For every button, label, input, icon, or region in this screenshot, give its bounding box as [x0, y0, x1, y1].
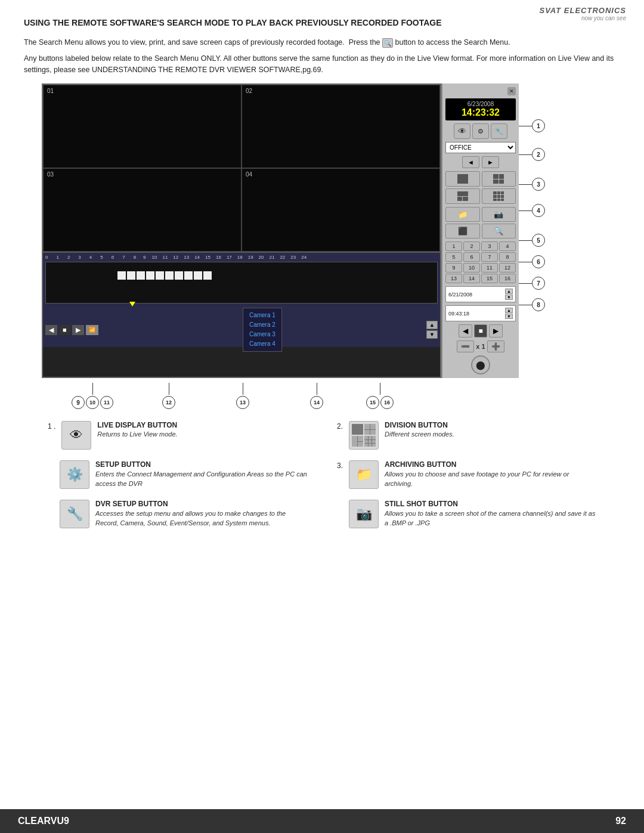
- num-6[interactable]: 6: [463, 252, 480, 262]
- callout-circle-2: 2: [532, 148, 545, 161]
- location-dropdown[interactable]: OFFICE: [445, 142, 516, 153]
- block: [117, 271, 126, 280]
- callout-6: 6: [519, 255, 545, 268]
- timeline-controls: ◀ ■ ▶ 📶 Camera 1 Camera 2 Camera 3: [43, 305, 440, 352]
- item-num-2: 2.: [337, 422, 343, 431]
- stop-transport-button[interactable]: ■: [474, 324, 487, 337]
- callout-circle-9: 9: [72, 396, 85, 409]
- callout-circle-7: 7: [532, 277, 545, 290]
- callout-circle-1: 1: [532, 119, 545, 132]
- callout-group-12: 12: [162, 383, 175, 409]
- quad-view-button[interactable]: [482, 171, 516, 187]
- camera-cell-01: 01: [43, 85, 242, 168]
- legend-item-stillshot: 📷 STILL SHOT BUTTON Allows you to take a…: [337, 500, 596, 528]
- play-forward-button[interactable]: ▶: [72, 325, 84, 335]
- num-13[interactable]: 13: [445, 274, 462, 283]
- single-view-button[interactable]: [445, 171, 480, 187]
- date-down-button[interactable]: ▼: [505, 295, 513, 300]
- block: [194, 271, 202, 280]
- dvr-display: 01 02 03 04 0: [42, 83, 441, 378]
- dvr-setup-icon-button[interactable]: 🔧: [491, 123, 507, 139]
- zoom-minus-button[interactable]: ➖: [457, 340, 474, 352]
- num-10[interactable]: 10: [463, 263, 480, 272]
- num-16[interactable]: 16: [499, 274, 516, 283]
- callout-circle-14: 14: [310, 396, 323, 409]
- home-button[interactable]: ⬤: [471, 355, 490, 374]
- callout-2: 2: [519, 148, 545, 161]
- fullscreen-button[interactable]: ⬛: [445, 224, 480, 239]
- camera-1-label: Camera 1: [249, 311, 275, 320]
- num-9[interactable]: 9: [445, 263, 462, 272]
- live-icon-button[interactable]: 👁: [454, 123, 470, 139]
- intro-text-2: Any buttons labeled below relate to the …: [24, 53, 620, 76]
- scroll-up-button[interactable]: ▲: [426, 321, 438, 329]
- block: [127, 271, 135, 280]
- camera-label-04: 04: [246, 171, 252, 178]
- num-1[interactable]: 1: [445, 241, 462, 251]
- zoom-plus-button[interactable]: ➕: [487, 340, 504, 352]
- camera-4-label: Camera 4: [249, 339, 275, 349]
- live-display-text: LIVE DISPLAY BUTTON Returns to Live View…: [97, 421, 177, 438]
- camera-label-01: 01: [47, 88, 54, 94]
- right-callouts: 1 2 3 4: [519, 119, 545, 311]
- signal-button[interactable]: 📶: [86, 325, 98, 335]
- num-3[interactable]: 3: [481, 241, 498, 251]
- num-14[interactable]: 14: [463, 274, 480, 283]
- num-8[interactable]: 8: [499, 252, 516, 262]
- bottom-callouts-row: 9 10 11 12 13 14 15 16: [66, 383, 400, 409]
- setup-icon-button[interactable]: ⚙: [472, 123, 489, 139]
- num-7[interactable]: 7: [481, 252, 498, 262]
- ptz-button[interactable]: 🔍: [482, 224, 516, 239]
- camera-cell-04: 04: [242, 168, 440, 252]
- num-4[interactable]: 4: [499, 241, 516, 251]
- block: [137, 271, 145, 280]
- scroll-down-button[interactable]: ▼: [426, 330, 438, 339]
- four-view-button[interactable]: [445, 188, 480, 204]
- time-up-button[interactable]: ▲: [505, 308, 513, 313]
- callout-5: 5: [519, 234, 545, 247]
- prev-channel-button[interactable]: ◄: [462, 156, 479, 168]
- rewind-button[interactable]: ◀: [459, 324, 472, 337]
- item-num-3: 3.: [337, 462, 343, 470]
- live-display-desc: Returns to Live View mode.: [97, 431, 177, 438]
- dvr-interface-wrapper: 01 02 03 04 0: [42, 83, 602, 409]
- search-date-spinners[interactable]: ▲ ▼: [505, 289, 513, 300]
- block: [184, 271, 193, 280]
- sixteen-view-button[interactable]: [482, 188, 516, 204]
- num-12[interactable]: 12: [499, 263, 516, 272]
- stop-button[interactable]: ■: [59, 325, 70, 335]
- top-icon-row: 👁 ⚙ 🔧: [445, 123, 516, 139]
- search-time-spinners[interactable]: ▲ ▼: [505, 308, 513, 319]
- dvr-setup-desc: Accesses the setup menu and allows you t…: [95, 509, 307, 528]
- search-time-display: 09:43:18: [448, 311, 469, 317]
- close-button[interactable]: ✕: [507, 87, 516, 95]
- next-channel-button[interactable]: ►: [482, 156, 499, 168]
- num-15[interactable]: 15: [481, 274, 498, 283]
- archive-button[interactable]: 📁: [445, 207, 480, 222]
- num-11[interactable]: 11: [481, 263, 498, 272]
- camera-grid: 01 02 03 04: [43, 85, 440, 252]
- view-mode-grid: [445, 171, 516, 204]
- scroll-arrows[interactable]: ▲ ▼: [426, 321, 438, 339]
- num-2[interactable]: 2: [463, 241, 480, 251]
- playback-controls[interactable]: ◀ ■ ▶ 📶: [45, 325, 98, 335]
- division-title: DIVISION BUTTON: [385, 421, 454, 429]
- callout-circle-15: 15: [366, 396, 379, 409]
- footer-page-number: 92: [615, 816, 626, 826]
- nav-buttons-row: ◄ ►: [445, 156, 516, 168]
- division-icon: [349, 421, 379, 450]
- date-up-button[interactable]: ▲: [505, 289, 513, 294]
- second-icon-row: 📁 📷 ⬛ 🔍: [445, 207, 516, 239]
- recorded-blocks: [117, 271, 212, 280]
- forward-button[interactable]: ▶: [489, 324, 503, 337]
- legend-item-dvr-setup: 🔧 DVR SETUP BUTTON Accesses the setup me…: [48, 500, 307, 528]
- snapshot-button[interactable]: 📷: [482, 207, 516, 222]
- time-down-button[interactable]: ▼: [505, 314, 513, 319]
- archive-text: ARCHIVING BUTTON Allows you to choose an…: [385, 460, 596, 488]
- stillshot-icon: 📷: [349, 500, 379, 528]
- search-date-row: 6/21/2008 ▲ ▼: [445, 286, 516, 302]
- brand-name: SVAT ELECTRONICS: [539, 6, 626, 15]
- play-back-button[interactable]: ◀: [45, 325, 57, 335]
- num-5[interactable]: 5: [445, 252, 462, 262]
- legend-section: 1 . 👁 LIVE DISPLAY BUTTON Returns to Liv…: [24, 421, 620, 528]
